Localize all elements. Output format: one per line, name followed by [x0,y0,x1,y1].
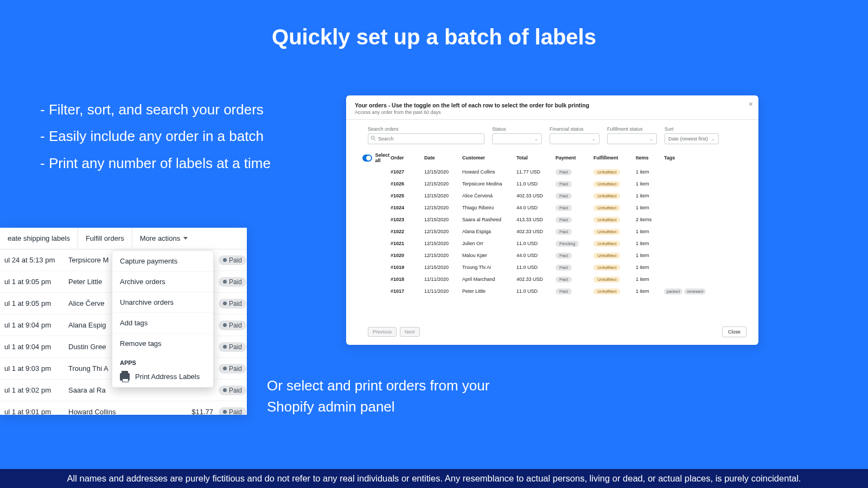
payment-badge: Paid [556,288,572,294]
orders-panel-subtitle: Access any order from the past 60 days [355,110,750,115]
orders-filters: Search orders Status ⌄ Financial status … [346,120,758,149]
financial-status-select[interactable]: ⌄ [550,133,599,144]
feature-bullets: - Filter, sort, and search your orders -… [40,97,271,177]
order-total: 402.33 USD [516,193,556,198]
more-actions-menu: Capture payments Archive orders Unarchiv… [112,251,214,388]
order-time: ul 1 at 9:04 pm [4,321,68,329]
menu-item-unarchive-orders[interactable]: Unarchive orders [112,292,213,313]
items-count: 1 item [636,277,664,282]
menu-item-add-tags[interactable]: Add tags [112,313,213,333]
order-number[interactable]: #1021 [391,241,424,246]
paid-badge: Paid [219,342,246,352]
select-all-toggle[interactable] [362,155,372,162]
items-count: 1 item [636,193,664,198]
col-date: Date [424,155,462,160]
payment-badge: Paid [556,229,572,235]
admin-toolbar: eate shipping labels Fulfill orders More… [0,228,247,249]
bullet-item: - Print any number of labels at a time [40,150,271,177]
order-number[interactable]: #1024 [391,205,424,210]
chevron-down-icon: ⌄ [649,137,653,142]
table-row: #102712/15/2020Howard Collins11.77 USDPa… [362,166,742,178]
menu-item-capture-payments[interactable]: Capture payments [112,251,213,272]
orders-panel-header: Your orders - Use the toggle on the left… [346,95,758,120]
col-items: Items [636,155,664,160]
fulfill-orders-button[interactable]: Fulfill orders [78,228,132,249]
order-number[interactable]: #1025 [391,193,424,198]
order-date: 12/15/2020 [424,205,462,210]
payment-badge: Paid [556,265,572,271]
order-amount: $11.77 [117,408,219,415]
chevron-down-icon [183,237,188,240]
items-count: 1 item [636,265,664,270]
order-number[interactable]: #1017 [391,288,424,294]
order-total: 11.0 USD [516,288,556,294]
fulfillment-status-label: Fufillment status [607,126,657,132]
sub-caption: Or select and print orders from your Sho… [267,375,489,418]
order-total: 11.0 USD [516,181,556,187]
status-dot-icon [223,410,227,414]
paid-badge: Paid [219,386,246,395]
menu-item-remove-tags[interactable]: Remove tags [112,333,213,354]
order-number[interactable]: #1022 [391,229,424,234]
order-date: 12/15/2020 [424,193,462,198]
order-number[interactable]: #1019 [391,265,424,270]
fulfillment-badge: Unfulfilled [593,205,620,211]
close-button[interactable]: Close [722,326,746,337]
order-total: 402.33 USD [516,229,556,234]
order-date: 12/15/2020 [424,169,462,175]
tag-chip: packed [664,288,682,294]
chevron-down-icon: ⌄ [711,137,715,142]
fulfillment-badge: Unfulfilled [593,288,620,294]
order-total: 44.0 USD [516,205,556,210]
order-total: 402.33 USD [516,277,556,282]
status-dot-icon [223,345,227,349]
customer-name: Julien Orr [462,241,516,246]
table-row: #101912/15/2020Troung Thi Ai11.0 USDPaid… [362,261,742,273]
customer-name: Peter Little [462,288,516,294]
table-row: #102112/15/2020Julien Orr11.0 USDPending… [362,237,742,249]
order-date: 12/15/2020 [424,217,462,222]
more-actions-button[interactable]: More actions [132,228,195,249]
tag-chip: reviewed [684,288,706,294]
order-time: ul 1 at 9:01 pm [4,408,68,415]
col-tags: Tags [664,155,742,160]
order-date: 11/11/2020 [424,288,462,294]
order-date: 12/15/2020 [424,253,462,258]
financial-status-label: Financial status [550,126,599,132]
status-select[interactable]: ⌄ [492,133,542,144]
bullet-item: - Easily include any order in a batch [40,123,271,150]
payment-badge: Paid [556,169,572,175]
sort-select[interactable]: Date (newest first)⌄ [665,133,719,144]
table-row: #102512/15/2020Alice Červená402.33 USDPa… [362,190,742,202]
more-actions-label: More actions [140,234,180,242]
search-label: Search orders [368,126,484,132]
table-row: #102412/15/2020Thiago Ribeiro44.0 USDPai… [362,202,742,214]
order-number[interactable]: #1027 [391,169,424,175]
order-time: ul 24 at 5:13 pm [4,256,68,264]
status-label: Status [492,126,542,132]
paid-badge: Paid [219,407,246,415]
paid-badge: Paid [219,299,246,309]
menu-item-print-address-labels[interactable]: Print Address Labels [112,368,213,387]
next-button[interactable]: Next [400,327,420,337]
admin-order-row[interactable]: ul 1 at 9:01 pmHoward Collins$11.77Paid [0,401,247,415]
order-number[interactable]: #1020 [391,253,424,258]
menu-item-archive-orders[interactable]: Archive orders [112,272,213,292]
order-number[interactable]: #1018 [391,277,424,282]
menu-item-label: Print Address Labels [135,373,200,381]
status-dot-icon [223,258,227,262]
payment-badge: Paid [556,277,572,282]
order-time: ul 1 at 9:03 pm [4,364,68,373]
order-number[interactable]: #1023 [391,217,424,222]
col-total: Total [516,155,556,160]
fulfillment-status-select[interactable]: ⌄ [607,133,657,144]
close-icon[interactable]: × [749,100,753,108]
search-input[interactable] [368,133,484,144]
payment-badge: Paid [556,217,572,223]
create-shipping-labels-button[interactable]: eate shipping labels [0,228,78,249]
order-number[interactable]: #1026 [391,181,424,187]
order-date: 12/15/2020 [424,229,462,234]
chevron-down-icon: ⌄ [534,137,538,142]
previous-button[interactable]: Previous [368,327,397,337]
chevron-down-icon: ⌄ [592,137,596,142]
